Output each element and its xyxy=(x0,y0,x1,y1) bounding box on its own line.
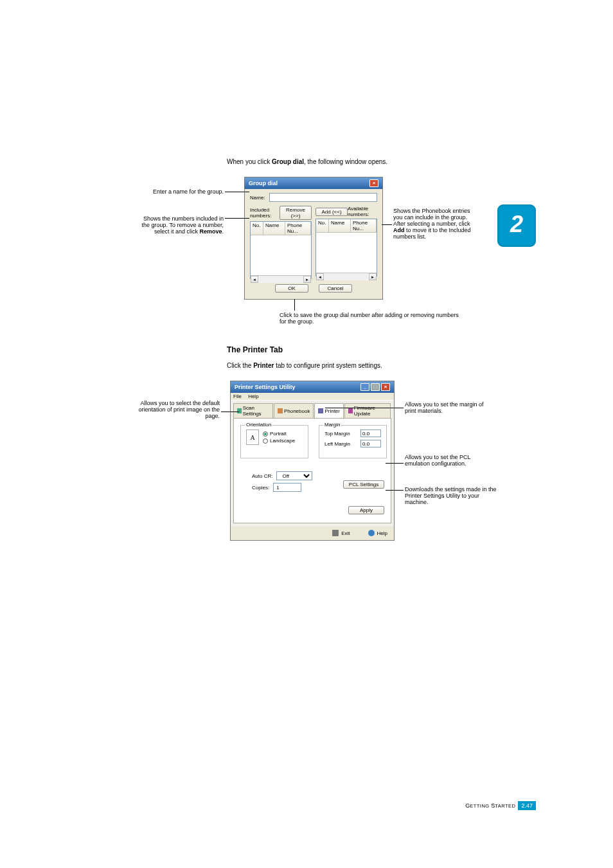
intro-post: , the following window opens. xyxy=(304,158,387,165)
intro-pre: When you click xyxy=(227,158,272,165)
scan-icon xyxy=(237,408,242,413)
tab-printer[interactable]: Printer xyxy=(314,403,344,418)
callout-orientation: Allows you to select the default orienta… xyxy=(135,400,220,419)
autocr-label: Auto CR: xyxy=(252,473,272,479)
h-scrollbar[interactable]: ◄► xyxy=(316,273,377,280)
col-phone: Phone Nu... xyxy=(351,219,377,232)
col-no: No. xyxy=(251,222,263,235)
available-listbox[interactable]: No. Name Phone Nu... ◄► xyxy=(315,219,377,276)
page-footer: GETTING STARTED 2.47 xyxy=(465,801,536,810)
h-scrollbar[interactable]: ◄► xyxy=(251,275,311,283)
portrait-label: Portrait xyxy=(270,431,287,437)
intro-text: When you click Group dial, the following… xyxy=(227,158,613,165)
callout-avail-b: Add xyxy=(393,227,405,233)
orientation-group: Orientation A Portrait Landscape xyxy=(240,425,308,458)
close-icon[interactable]: × xyxy=(381,383,390,391)
window-titlebar: Group dial × xyxy=(245,177,382,189)
maximize-icon: □ xyxy=(371,383,380,391)
firmware-icon xyxy=(348,408,353,413)
intro-bold: Group dial xyxy=(272,158,304,165)
menu-help[interactable]: Help xyxy=(248,393,258,399)
orientation-legend: Orientation xyxy=(245,422,272,428)
window-title-text: Printer Settings Utility xyxy=(235,384,296,390)
tab-phonebook[interactable]: Phonebook xyxy=(274,403,314,418)
printer-settings-dialog: Printer Settings Utility _ □ × File Help… xyxy=(230,381,395,541)
exit-label: Exit xyxy=(341,530,350,536)
help-icon xyxy=(368,530,375,536)
left-margin-input[interactable] xyxy=(360,440,381,448)
included-header: No. Name Phone Nu... xyxy=(251,222,311,235)
tab-printer-label: Printer xyxy=(324,408,340,414)
printer-tab-heading: The Printer Tab xyxy=(227,345,516,354)
radio-dot-icon xyxy=(263,439,268,444)
footer-label: GETTING STARTED xyxy=(465,802,515,809)
figure-printer-utility: Printer Settings Utility _ □ × File Help… xyxy=(135,381,520,554)
col-phone: Phone Nu... xyxy=(285,222,311,235)
menu-file[interactable]: File xyxy=(233,393,242,399)
radio-dot-icon xyxy=(263,431,268,437)
close-icon[interactable]: × xyxy=(369,179,378,187)
ok-button[interactable]: OK xyxy=(275,284,308,293)
ptdesc-post: tab to configure print system settings. xyxy=(274,362,382,369)
margin-legend: Margin xyxy=(323,422,341,428)
radio-landscape[interactable]: Landscape xyxy=(263,438,295,444)
tab-content: Orientation A Portrait Landscape Margin xyxy=(233,418,391,523)
top-margin-label: Top Margin xyxy=(324,431,350,437)
callout-apply: Downloads the settings made in the Print… xyxy=(405,486,501,505)
group-dial-dialog: Group dial × Name: Included numbers: Rem… xyxy=(244,177,383,300)
name-input[interactable] xyxy=(269,193,377,202)
top-margin-input[interactable] xyxy=(360,429,381,437)
window-title-text: Group dial xyxy=(249,180,278,186)
callout-name: Enter a name for the group. xyxy=(135,188,224,195)
ptdesc-b: Printer xyxy=(253,362,274,369)
callout-avail-a: Shows the Phonebook entries you can incl… xyxy=(393,208,470,227)
radio-portrait[interactable]: Portrait xyxy=(263,431,295,437)
footer-buttons: Exit Help xyxy=(231,526,394,540)
exit-icon xyxy=(332,530,339,536)
name-label: Name: xyxy=(250,195,269,201)
included-listbox[interactable]: No. Name Phone Nu... ◄► xyxy=(250,221,312,279)
callout-included-c: . xyxy=(222,228,224,235)
tab-scan-settings[interactable]: Scan Settings xyxy=(233,403,273,418)
page-number: 2.47 xyxy=(518,801,536,810)
callout-included-b: Remove xyxy=(199,228,222,235)
ptdesc-pre: Click the xyxy=(227,362,253,369)
exit-button[interactable]: Exit xyxy=(332,530,350,536)
callout-avail-c: to move it to the Included numbers list. xyxy=(393,227,471,240)
callout-available: Shows the Phonebook entries you can incl… xyxy=(393,208,478,240)
printer-tab-desc: Click the Printer tab to configure print… xyxy=(227,362,516,369)
available-header: No. Name Phone Nu... xyxy=(316,219,377,233)
col-name: Name xyxy=(329,219,351,232)
margin-group: Margin Top Margin Left Margin xyxy=(319,425,387,458)
autocr-select[interactable]: Off xyxy=(276,471,312,480)
help-label: Help xyxy=(377,530,387,536)
add-button[interactable]: Add (<<) xyxy=(315,208,348,216)
window-titlebar: Printer Settings Utility _ □ × xyxy=(231,381,394,393)
orientation-preview-icon: A xyxy=(246,429,259,445)
col-no: No. xyxy=(316,219,329,232)
chapter-badge: 2 xyxy=(497,204,536,247)
callout-included: Shows the numbers included in the group.… xyxy=(135,215,224,235)
pcl-settings-button[interactable]: PCL Settings xyxy=(343,480,384,489)
copies-label: Copies: xyxy=(252,485,269,491)
apply-button[interactable]: Apply xyxy=(348,506,384,514)
printer-icon xyxy=(318,408,323,413)
cancel-button[interactable]: Cancel xyxy=(319,284,352,293)
tab-firmware-update[interactable]: Firmware Update xyxy=(344,403,391,418)
copies-input[interactable] xyxy=(273,483,301,492)
minimize-icon[interactable]: _ xyxy=(360,383,369,391)
col-name: Name xyxy=(263,222,285,235)
tab-fw-label: Firmware Update xyxy=(354,405,387,417)
tab-phone-label: Phonebook xyxy=(284,408,310,414)
phonebook-icon xyxy=(278,408,283,413)
available-label: Available numbers: xyxy=(348,206,377,217)
callout-ok: Click to save the group dial number afte… xyxy=(280,312,459,325)
menubar: File Help xyxy=(231,393,394,401)
remove-button[interactable]: Remove (>>) xyxy=(280,206,312,220)
tab-scan-label: Scan Settings xyxy=(243,405,269,417)
window-controls: _ □ × xyxy=(360,383,390,391)
callout-pcl: Allows you to set the PCL emulation conf… xyxy=(405,454,495,467)
help-button[interactable]: Help xyxy=(368,530,387,536)
included-label: Included numbers: xyxy=(250,207,280,219)
left-margin-label: Left Margin xyxy=(324,441,350,447)
